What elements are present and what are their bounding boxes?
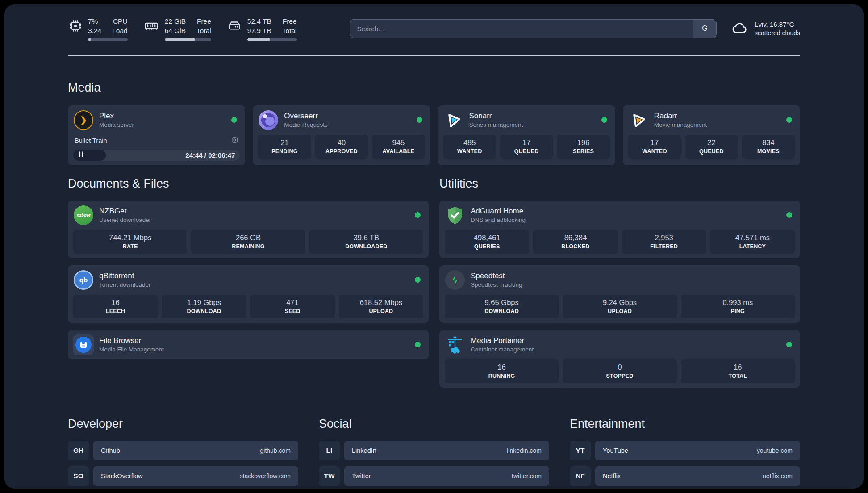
resource-disk: 52.4 TB97.9 TB FreeTotal — [226, 17, 297, 41]
bookmark-abbr: NF — [570, 466, 591, 486]
section-title-media: Media — [68, 81, 800, 95]
bookmark-url: twitter.com — [512, 472, 542, 480]
stat-tile: 9.24 Gbps UPLOAD — [563, 295, 676, 318]
status-dot — [417, 117, 422, 123]
now-playing-title: Bullet Train — [75, 137, 107, 144]
top-bar: 7%3.24 CPULoad — [68, 17, 800, 41]
now-playing-progress-bar: 24:44 / 02:06:47 — [73, 150, 240, 161]
service-description: Torrent downloader — [99, 281, 151, 288]
service-card-speedtest[interactable]: Speedtest Speedtest Tracking 9.65 Gbps D… — [439, 265, 800, 323]
service-name: Radarr — [654, 112, 707, 121]
pause-icon — [78, 151, 84, 159]
stat-tile: 1.19 Gbps DOWNLOAD — [162, 295, 246, 318]
portainer-logo-icon — [445, 334, 465, 355]
service-card-overseerr[interactable]: Overseerr Media Requests 21 PENDING 40 A… — [253, 105, 430, 165]
now-playing-progress-fill — [73, 150, 106, 161]
cpu-progress-bar — [88, 38, 128, 41]
service-card-qbittorrent[interactable]: qb qBittorrent Torrent downloader 16 LEE… — [68, 265, 429, 323]
resource-memory: 22 GiB64 GiB FreeTotal — [143, 17, 211, 41]
header-divider — [68, 55, 800, 56]
cpu-progress-fill — [88, 38, 91, 41]
bookmark-abbr: TW — [319, 466, 340, 486]
service-name: Overseerr — [284, 112, 328, 121]
stat-tile: 39.6 TB DOWNLOADED — [309, 230, 423, 254]
section-media: Media ❯ Plex Media server — [68, 81, 800, 165]
memory-progress-bar — [165, 38, 211, 41]
stat-tile: 9.65 Gbps DOWNLOAD — [445, 295, 559, 318]
service-description: Series management — [469, 121, 523, 128]
service-name: Plex — [99, 112, 134, 121]
bookmark-youtube[interactable]: YT YouTube youtube.com — [570, 441, 800, 460]
bookmark-name: Netflix — [603, 472, 621, 480]
stat-tile: 945 AVAILABLE — [372, 135, 425, 159]
disk-icon — [226, 18, 242, 35]
stat-tile: 744.21 Mbps RATE — [73, 230, 187, 254]
qbittorrent-logo-icon: qb — [73, 270, 94, 290]
stat-tile: 618.52 Mbps UPLOAD — [339, 295, 423, 318]
service-name: NZBGet — [99, 207, 151, 216]
cloud-icon — [730, 19, 749, 38]
bookmark-abbr: LI — [319, 441, 340, 460]
resource-cpu: 7%3.24 CPULoad — [68, 17, 128, 41]
bookmark-name: LinkedIn — [352, 447, 376, 454]
service-card-nzbget[interactable]: nzbget NZBGet Usenet downloader 744.21 M… — [68, 201, 429, 258]
bookmark-name: Github — [101, 447, 120, 454]
service-card-radarr[interactable]: Radarr Movie management 17 WANTED 22 QUE… — [623, 105, 800, 165]
disk-progress-fill — [247, 38, 270, 41]
now-playing-type-icon — [231, 136, 238, 146]
service-card-plex[interactable]: ❯ Plex Media server Bullet Train — [68, 105, 245, 165]
speedtest-logo-icon — [445, 270, 465, 290]
stat-tile: 47.571 ms LATENCY — [710, 230, 795, 254]
service-card-sonarr[interactable]: Sonarr Series management 485 WANTED 17 Q… — [438, 105, 615, 165]
bookmark-url: youtube.com — [757, 447, 793, 454]
bookmark-github[interactable]: GH Github github.com — [68, 441, 298, 460]
service-card-adguard[interactable]: AdGuard Home DNS and adblocking 498,461 … — [439, 201, 800, 258]
bookmark-stackoverflow[interactable]: SO StackOverflow stackoverflow.com — [68, 466, 298, 486]
status-dot — [786, 212, 792, 218]
bookmark-group-entertainment: Entertainment YT YouTube youtube.com NF … — [570, 417, 800, 489]
section-documents-files: Documents & Files nzbget NZBGet Usenet d… — [68, 177, 429, 367]
stat-tile: 2,953 FILTERED — [622, 230, 706, 254]
status-dot — [415, 277, 421, 283]
stat-tile: 22 QUEUED — [685, 135, 738, 159]
stat-tile: 498,461 QUERIES — [445, 230, 529, 254]
service-description: Usenet downloader — [99, 217, 151, 223]
stat-tile: 834 MOVIES — [742, 135, 795, 159]
bookmark-name: YouTube — [603, 447, 628, 454]
bookmark-url: linkedin.com — [507, 447, 542, 454]
status-dot — [415, 342, 421, 347]
weather-location-temp: Lviv, 16.87°C — [755, 20, 800, 29]
section-title-utilities: Utilities — [439, 177, 800, 191]
service-name: Speedtest — [471, 272, 522, 280]
stat-tile: 17 QUEUED — [500, 135, 553, 159]
service-description: DNS and adblocking — [471, 217, 526, 223]
bookmark-twitter[interactable]: TW Twitter twitter.com — [319, 466, 549, 486]
service-card-filebrowser[interactable]: File Browser Media File Management — [68, 330, 429, 359]
service-description: Speedtest Tracking — [471, 281, 522, 288]
cpu-labels: CPULoad — [112, 17, 127, 36]
filebrowser-logo-icon — [73, 334, 94, 355]
weather-condition: scattered clouds — [755, 29, 800, 38]
stat-tile: 0 STOPPED — [563, 359, 676, 383]
service-card-portainer[interactable]: Media Portainer Container management 16 … — [439, 330, 800, 388]
search-input[interactable] — [350, 20, 693, 38]
search-provider-button[interactable]: G — [693, 20, 716, 38]
overseerr-logo-icon — [258, 110, 279, 130]
cpu-icon — [68, 18, 83, 35]
bookmark-linkedin[interactable]: LI LinkedIn linkedin.com — [319, 441, 549, 460]
section-title-documents: Documents & Files — [68, 177, 429, 191]
stat-tile: 471 SEED — [250, 295, 335, 318]
search-bar[interactable]: G — [350, 19, 717, 38]
sonarr-logo-icon — [443, 110, 464, 130]
stat-tile: 16 LEECH — [73, 295, 158, 318]
weather-widget: Lviv, 16.87°C scattered clouds — [730, 19, 800, 38]
bookmark-abbr: SO — [68, 466, 89, 486]
stat-tile: 86,384 BLOCKED — [533, 230, 618, 254]
bookmark-netflix[interactable]: NF Netflix netflix.com — [570, 466, 800, 486]
memory-labels: FreeTotal — [196, 17, 211, 36]
now-playing-time: 24:44 / 02:06:47 — [185, 150, 235, 161]
service-description: Media Requests — [284, 121, 328, 128]
bookmark-abbr: YT — [570, 441, 591, 460]
status-dot — [601, 117, 607, 123]
stat-tile: 196 SERIES — [557, 135, 609, 159]
